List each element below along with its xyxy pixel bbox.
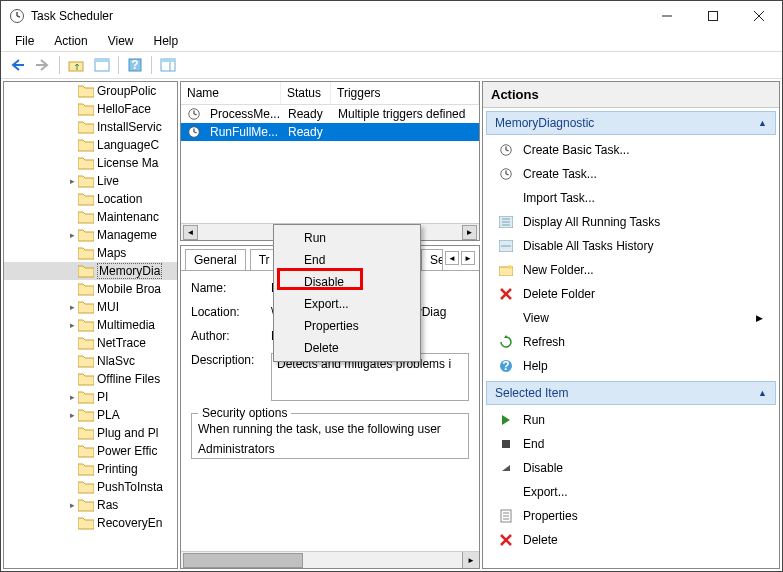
tree-item[interactable]: ▸PI <box>4 388 177 406</box>
folder-icon <box>78 300 94 314</box>
task-row[interactable]: RunFullMe...Ready <box>181 123 479 141</box>
chevron-right-icon: ▸ <box>66 500 78 510</box>
folder-icon <box>78 174 94 188</box>
tree-item[interactable]: Maps <box>4 244 177 262</box>
action-disable[interactable]: Disable <box>483 456 779 480</box>
tree-item-label: Maps <box>97 246 126 260</box>
tab-scroll-right[interactable]: ► <box>461 251 475 265</box>
back-button[interactable] <box>5 54 29 76</box>
export-icon <box>497 484 515 500</box>
cm-delete[interactable]: Delete <box>276 337 418 359</box>
action-export[interactable]: Export... <box>483 480 779 504</box>
action-delete[interactable]: Delete <box>483 528 779 552</box>
tree-item[interactable]: RecoveryEn <box>4 514 177 532</box>
tree-item[interactable]: HelloFace <box>4 100 177 118</box>
cm-properties[interactable]: Properties <box>276 315 418 337</box>
task-name: ProcessMe... <box>204 107 282 121</box>
tree-item[interactable]: GroupPolic <box>4 82 177 100</box>
collapse-icon: ▲ <box>758 388 767 398</box>
tree-item[interactable]: Power Effic <box>4 442 177 460</box>
tree-item[interactable]: ▸Multimedia <box>4 316 177 334</box>
action-delete-folder[interactable]: Delete Folder <box>483 282 779 306</box>
tree-item[interactable]: PushToInsta <box>4 478 177 496</box>
admin-text: Administrators <box>198 442 462 456</box>
tree-item[interactable]: MemoryDia <box>4 262 177 280</box>
menu-action[interactable]: Action <box>46 32 95 50</box>
tree-item[interactable]: Maintenanc <box>4 208 177 226</box>
section-selected-item[interactable]: Selected Item▲ <box>486 381 776 405</box>
action-display-running[interactable]: Display All Running Tasks <box>483 210 779 234</box>
forward-button[interactable] <box>31 54 55 76</box>
tab-scroll-left[interactable]: ◄ <box>445 251 459 265</box>
action-create-basic-task[interactable]: Create Basic Task... <box>483 138 779 162</box>
col-name[interactable]: Name <box>181 82 281 104</box>
task-triggers: Multiple triggers defined <box>332 107 479 121</box>
panel-toggle-icon[interactable] <box>90 54 114 76</box>
tree-item[interactable]: ▸Ras <box>4 496 177 514</box>
title-bar: Task Scheduler <box>1 1 782 31</box>
tree-item[interactable]: License Ma <box>4 154 177 172</box>
menu-help[interactable]: Help <box>146 32 187 50</box>
tree-scroll[interactable]: GroupPolicHelloFaceInstallServicLanguage… <box>4 82 177 568</box>
section-memorydiagnostic[interactable]: MemoryDiagnostic▲ <box>486 111 776 135</box>
tree-item-label: Power Effic <box>97 444 157 458</box>
actions-scroll[interactable]: MemoryDiagnostic▲ Create Basic Task... C… <box>483 108 779 568</box>
menu-view[interactable]: View <box>100 32 142 50</box>
tree-item[interactable]: NetTrace <box>4 334 177 352</box>
tree-panel: GroupPolicHelloFaceInstallServicLanguage… <box>3 81 178 569</box>
action-new-folder[interactable]: New Folder... <box>483 258 779 282</box>
end-icon <box>497 436 515 452</box>
task-status: Ready <box>282 125 332 139</box>
action-end[interactable]: End <box>483 432 779 456</box>
tree-item[interactable]: Location <box>4 190 177 208</box>
actions-header: Actions <box>483 82 779 108</box>
panel-layout-icon[interactable] <box>156 54 180 76</box>
chevron-right-icon: ▸ <box>66 392 78 402</box>
tab-general[interactable]: General <box>185 249 246 270</box>
tree-item-label: NetTrace <box>97 336 146 350</box>
tab-partial-se[interactable]: Se <box>421 249 443 270</box>
tree-item-label: NlaSvc <box>97 354 135 368</box>
cm-disable[interactable]: Disable <box>276 271 418 293</box>
action-refresh[interactable]: Refresh <box>483 330 779 354</box>
tree-item[interactable]: ▸MUI <box>4 298 177 316</box>
menu-file[interactable]: File <box>7 32 42 50</box>
action-help[interactable]: ? Help <box>483 354 779 378</box>
svg-line-20 <box>194 132 197 133</box>
tree-item[interactable]: ▸Live <box>4 172 177 190</box>
help-icon: ? <box>497 358 515 374</box>
tree-item-label: Offline Files <box>97 372 160 386</box>
tree-item[interactable]: InstallServic <box>4 118 177 136</box>
action-view[interactable]: View ▶ <box>483 306 779 330</box>
tree-item[interactable]: Plug and Pl <box>4 424 177 442</box>
detail-hscrollbar[interactable]: ► <box>181 551 479 568</box>
tree-item[interactable]: Printing <box>4 460 177 478</box>
maximize-button[interactable] <box>690 1 736 31</box>
tree-item[interactable]: LanguageC <box>4 136 177 154</box>
tree-item[interactable]: Offline Files <box>4 370 177 388</box>
cm-export[interactable]: Export... <box>276 293 418 315</box>
svg-line-2 <box>17 16 20 17</box>
col-status[interactable]: Status <box>281 82 331 104</box>
action-run[interactable]: Run <box>483 408 779 432</box>
folder-up-icon[interactable] <box>64 54 88 76</box>
task-row[interactable]: ProcessMe...ReadyMultiple triggers defin… <box>181 105 479 123</box>
tree-item[interactable]: ▸PLA <box>4 406 177 424</box>
tree-item[interactable]: Mobile Broa <box>4 280 177 298</box>
action-import-task[interactable]: Import Task... <box>483 186 779 210</box>
folder-icon <box>78 426 94 440</box>
minimize-button[interactable] <box>644 1 690 31</box>
cm-end[interactable]: End <box>276 249 418 271</box>
tree-item-label: RecoveryEn <box>97 516 162 530</box>
tree-item[interactable]: ▸Manageme <box>4 226 177 244</box>
tree-item-label: InstallServic <box>97 120 162 134</box>
cm-run[interactable]: Run <box>276 227 418 249</box>
tree-item[interactable]: NlaSvc <box>4 352 177 370</box>
help-icon[interactable]: ? <box>123 54 147 76</box>
close-button[interactable] <box>736 1 782 31</box>
col-triggers[interactable]: Triggers <box>331 82 479 104</box>
action-properties[interactable]: Properties <box>483 504 779 528</box>
task-status: Ready <box>282 107 332 121</box>
action-disable-history[interactable]: Disable All Tasks History <box>483 234 779 258</box>
action-create-task[interactable]: Create Task... <box>483 162 779 186</box>
